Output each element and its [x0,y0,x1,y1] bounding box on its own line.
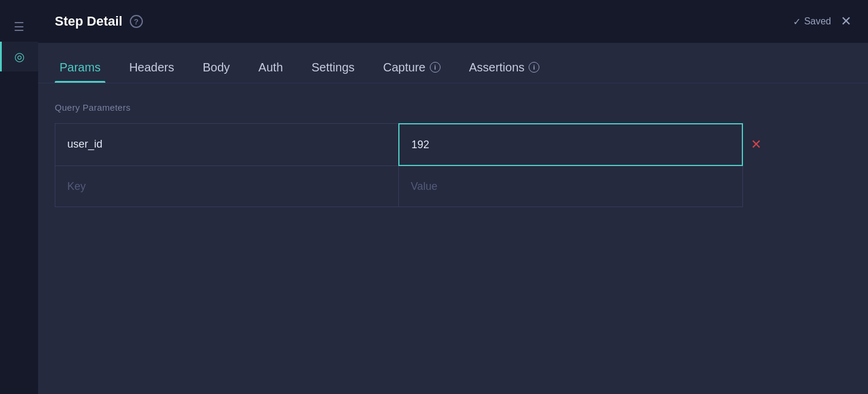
delete-row-1-button[interactable]: ✕ [743,124,769,165]
tab-settings[interactable]: Settings [307,52,359,83]
tab-auth-label: Auth [258,61,283,74]
content-area: Query Parameters ✕ [38,83,868,394]
param-value-input-2[interactable] [399,166,742,207]
panel-title: Step Detail [55,14,123,29]
sidebar-item-1[interactable]: ☰ [0,12,38,42]
tabs-bar: Params Headers Body Auth Settings Captur… [38,43,868,83]
help-icon-button[interactable]: ? [130,15,143,28]
saved-status: ✓ Saved [793,16,831,27]
title-bar-left: Step Detail ? [55,14,793,29]
tab-settings-label: Settings [311,61,354,74]
title-bar: Step Detail ? ✓ Saved ✕ [38,0,868,43]
section-label: Query Parameters [55,102,851,112]
close-icon: ✕ [841,14,851,29]
saved-label: Saved [804,16,831,27]
tab-assertions[interactable]: Assertions i [464,52,544,83]
capture-info-icon: i [430,62,441,73]
title-bar-right: ✓ Saved ✕ [793,15,851,28]
tab-params-label: Params [60,61,101,74]
assertions-info-icon: i [529,62,539,73]
tab-headers[interactable]: Headers [124,52,179,83]
delete-placeholder-2 [743,167,769,207]
param-value-input-1[interactable] [399,124,742,165]
tab-headers-label: Headers [129,61,174,74]
tab-params[interactable]: Params [55,52,105,83]
param-row-1: ✕ [55,123,769,166]
param-key-input-1[interactable] [55,124,398,164]
sidebar-item-2[interactable]: ◎ [0,42,38,71]
tab-assertions-label: Assertions [469,61,524,74]
close-button[interactable]: ✕ [841,15,851,28]
tab-capture[interactable]: Capture i [379,52,445,83]
delete-icon: ✕ [751,137,761,152]
tab-auth[interactable]: Auth [254,52,288,83]
tab-body[interactable]: Body [198,52,235,83]
checkmark-icon: ✓ [793,16,801,27]
tab-capture-label: Capture [383,61,426,74]
circle-icon: ◎ [14,49,24,64]
param-row-2 [55,166,769,207]
main-panel: Step Detail ? ✓ Saved ✕ Params Headers B… [38,0,868,394]
tab-body-label: Body [203,61,230,74]
params-table: ✕ [55,123,769,207]
menu-icon: ☰ [14,20,24,34]
sidebar: ☰ ◎ [0,0,38,394]
param-key-input-2[interactable] [55,166,398,207]
